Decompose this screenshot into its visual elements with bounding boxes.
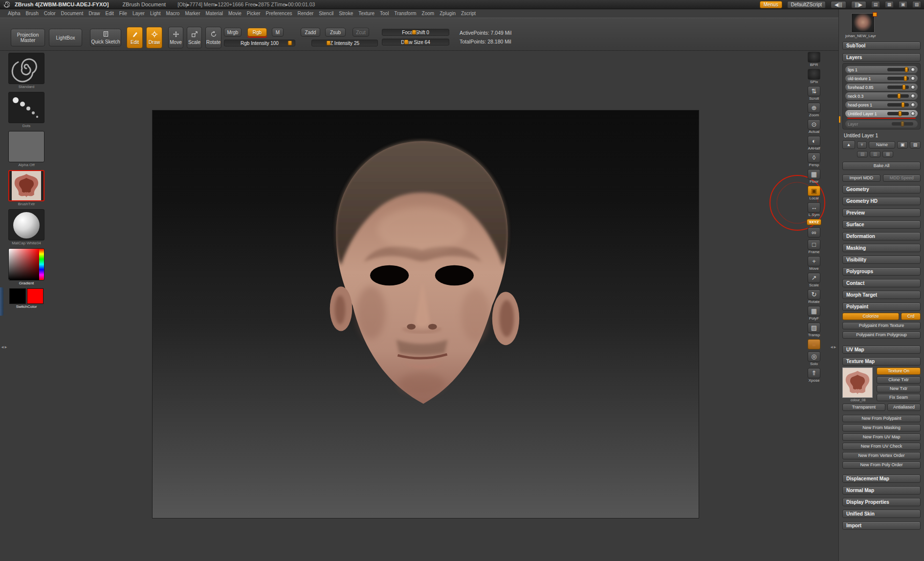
new-from-uv-map-button[interactable]: New From UV Map [842,433,921,441]
layer-visibility-icon[interactable] [911,76,915,81]
rotate-mode-button[interactable]: Rotate [205,27,221,48]
local-button[interactable]: ▣ Local [804,186,824,200]
stroke-selector[interactable]: Dots [4,92,49,128]
polypaint-from-polygroup-button[interactable]: Polypaint From Polygroup [842,331,921,339]
rgb-intensity-handle[interactable] [287,41,292,45]
section-header-unified-skin[interactable]: Unified Skin [842,510,921,518]
menu-item-stencil[interactable]: Stencil [319,11,333,16]
document-canvas[interactable] [152,110,699,518]
brush-selector[interactable]: Standard [4,53,49,89]
new-from-uv-check-button[interactable]: New From UV Check [842,443,921,450]
section-header-uv-map[interactable]: UV Map [842,345,921,354]
section-header-import[interactable]: Import [842,521,921,530]
layer-visibility-icon[interactable] [911,67,915,72]
transparency-button[interactable]: ▨ Transp [804,323,824,337]
frame-button[interactable]: □ Frame [804,239,824,254]
standard-brush-icon[interactable] [8,53,44,84]
palette-scroll-right-button[interactable]: |||▶ [851,1,866,8]
layer-visibility-icon[interactable] [911,85,915,89]
menu-item-macro[interactable]: Macro [166,11,180,16]
tray-layout-icon-2[interactable]: ▦ [885,1,894,8]
menu-item-marker[interactable]: Marker [185,11,200,16]
main-color-swatch[interactable] [9,288,26,304]
palette-scroll-left-button[interactable]: ◀||| [831,1,846,8]
solo-button[interactable]: ◎ Solo [804,351,824,366]
layer-intensity-slider[interactable] [887,94,909,98]
alpha-off-icon[interactable] [8,131,44,162]
layer-row[interactable]: head-pores 1 [845,101,918,108]
alpha-selector[interactable]: Alpha Off [4,131,49,167]
fix-seam-button[interactable]: Fix Seam [877,394,921,401]
layer-name-button[interactable]: Name [869,141,895,149]
layer-row-selected[interactable]: Untitled Layer 1 [845,110,918,117]
menu-item-layer[interactable]: Layer [132,11,145,16]
lightbox-button[interactable]: LightBox [49,29,82,46]
menu-item-preferences[interactable]: Preferences [266,11,292,16]
layer-option-icon-2[interactable]: ▥ [870,151,880,157]
persp-button[interactable]: ◊ Persp [804,152,824,167]
bake-all-button[interactable]: Bake All [842,162,921,170]
section-header-geometry-hd[interactable]: Geometry HD [842,197,921,205]
section-header-surface[interactable]: Surface [842,220,921,229]
section-header-preview[interactable]: Preview [842,209,921,217]
section-header-masking[interactable]: Masking [842,244,921,252]
scale-gizmo-button[interactable]: ↗ Scale [804,273,824,287]
import-mdd-button[interactable]: Import MDD [842,174,880,182]
menu-item-transform[interactable]: Transform [394,11,416,16]
section-header-normal-map[interactable]: Normal Map [842,486,921,495]
dots-stroke-icon[interactable] [8,92,44,123]
section-header-geometry[interactable]: Geometry [842,185,921,194]
new-from-vertex-order-button[interactable]: New From Vertex Order [842,452,921,459]
layer-option-icon-1[interactable]: ▧ [857,151,868,157]
layer-row[interactable]: neck 0.3 [845,92,918,100]
menu-item-brush[interactable]: Brush [26,11,39,16]
layer-option-icon-3[interactable]: ▩ [882,151,893,157]
rotate-gizmo-button[interactable]: ↻ Rotate [804,289,824,304]
section-header-displacement-map[interactable]: Displacement Map [842,475,921,483]
menu-item-alpha[interactable]: Alpha [8,11,21,16]
menu-item-material[interactable]: Material [206,11,223,16]
rgb-intensity-slider[interactable]: Rgb Intensity 100 [224,40,295,46]
new-texture-button[interactable]: New Txtr [877,385,921,392]
bpr-button[interactable]: BPR [804,52,824,67]
default-zscript-button[interactable]: DefaultZScript [787,1,826,8]
layer-up-button[interactable]: ▲ [842,140,855,149]
new-from-poly-order-button[interactable]: New From Poly Order [842,461,921,469]
layer-visibility-icon[interactable] [911,103,915,107]
tray-layout-icon-1[interactable]: ▤ [871,1,880,8]
menu-item-tool[interactable]: Tool [380,11,389,16]
z-intensity-slider[interactable]: Z Intensity 25 [311,40,378,46]
layer-record-icon[interactable] [911,111,915,116]
layer-intensity-slider[interactable] [887,103,909,107]
link-button[interactable]: ∞ [804,227,824,237]
actual-size-button[interactable]: ⊙ Actual [804,119,824,134]
layer-intensity-slider[interactable] [887,112,909,115]
matcap-sphere-icon[interactable] [8,209,44,240]
menu-item-color[interactable]: Color [44,11,56,16]
transparent-button[interactable]: Transparent [842,404,885,411]
section-header-contact[interactable]: Contact [842,279,921,287]
projection-master-button[interactable]: Projection Master [11,29,45,46]
tray-layout-icon-3[interactable]: ▣ [899,1,907,8]
zadd-button[interactable]: Zadd [301,28,320,37]
menu-item-file[interactable]: File [119,11,127,16]
menu-item-document[interactable]: Document [61,11,84,16]
texture-on-button[interactable]: Texture On [877,367,921,375]
section-header-polygroups[interactable]: Polygroups [842,267,921,276]
layer-down-button[interactable]: ▼ [857,141,867,149]
layer-visibility-icon[interactable] [911,94,915,98]
edit-mode-button[interactable]: Edit [127,27,143,48]
draw-size-slider[interactable]: Draw Size 64 [382,39,449,45]
menu-item-zoom[interactable]: Zoom [422,11,435,16]
menu-item-zscript[interactable]: Zscript [461,11,476,16]
section-header-visibility[interactable]: Visibility [842,256,921,264]
gradient-picker-icon[interactable] [8,248,44,280]
scroll-button[interactable]: ⇅ Scroll [804,86,824,101]
layer-intensity-slider[interactable] [887,86,909,89]
texture-map-thumbnail[interactable] [842,367,873,398]
menu-item-light[interactable]: Light [150,11,161,16]
menu-item-draw[interactable]: Draw [88,11,100,16]
focal-shift-handle[interactable] [412,30,417,35]
clone-texture-button[interactable]: Clone Txtr [877,376,921,384]
quick-sketch-button[interactable]: Quick Sketch [90,29,121,46]
